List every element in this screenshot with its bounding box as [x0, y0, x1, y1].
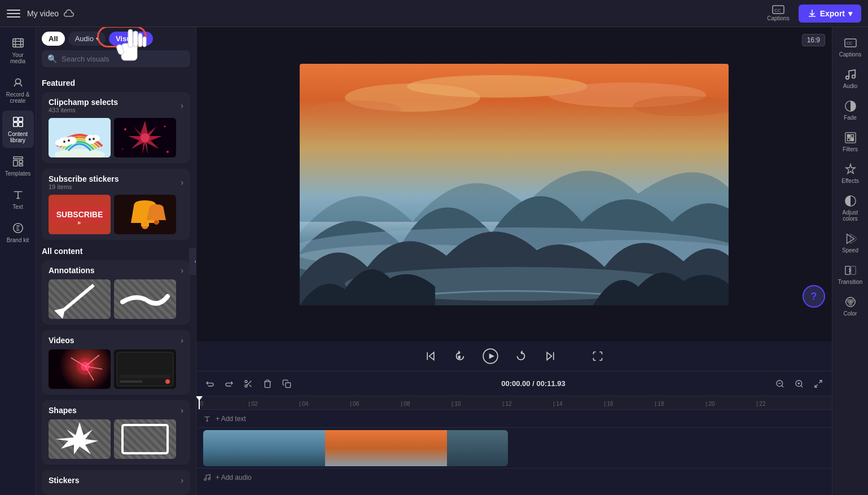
- play-pause-button[interactable]: [480, 346, 501, 366]
- svg-rect-2: [12, 39, 23, 47]
- svg-point-22: [89, 138, 91, 141]
- right-item-effects[interactable]: Effects: [834, 158, 867, 189]
- playhead[interactable]: [199, 396, 200, 409]
- subscribe-thumb-1[interactable]: SUBSCRIBE ▶: [49, 195, 111, 234]
- svg-point-27: [124, 128, 126, 130]
- shape-thumb-1[interactable]: [49, 419, 111, 459]
- zoom-in-button[interactable]: [791, 376, 807, 392]
- svg-point-19: [91, 135, 100, 142]
- menu-button[interactable]: [7, 7, 20, 20]
- category-annotations[interactable]: Annotations ›: [42, 260, 190, 325]
- svg-rect-94: [851, 135, 853, 138]
- subscribe-thumb-2[interactable]: [114, 195, 176, 234]
- sidebar-label-your-media: Your media: [5, 52, 32, 64]
- svg-marker-55: [55, 422, 98, 454]
- right-item-speed[interactable]: Speed: [834, 227, 867, 258]
- fit-timeline-button[interactable]: [810, 376, 826, 392]
- svg-rect-4: [13, 117, 17, 121]
- right-filters-label: Filters: [843, 146, 858, 152]
- right-item-filters[interactable]: Filters: [834, 126, 867, 157]
- svg-rect-10: [19, 160, 22, 163]
- search-input[interactable]: [62, 55, 185, 63]
- timeline-content[interactable]: |0 |:02 |:04 |:06 |:08 |:10 |:12 |:14 |:…: [196, 396, 832, 495]
- shapes-name: Shapes: [49, 406, 77, 415]
- right-item-fade[interactable]: Fade: [834, 95, 867, 125]
- right-item-color[interactable]: Color: [834, 291, 867, 321]
- shapes-previews: [49, 419, 183, 459]
- skip-to-end-button[interactable]: [541, 347, 559, 365]
- video-thumb-1[interactable]: [49, 349, 111, 389]
- cut-button[interactable]: [240, 376, 256, 392]
- category-shapes[interactable]: Shapes ›: [42, 400, 190, 465]
- svg-point-21: [68, 139, 70, 142]
- add-audio-track[interactable]: + Add audio: [196, 468, 832, 487]
- svg-rect-5: [18, 117, 22, 121]
- fade-icon: [844, 99, 857, 113]
- filter-visuals-tab[interactable]: Visuals ▾: [109, 32, 153, 46]
- playback-controls: 5: [196, 341, 832, 371]
- sidebar-item-your-media[interactable]: Your media: [2, 32, 34, 69]
- svg-point-17: [55, 139, 64, 146]
- subscribe-header: Subscribe stickers 19 items ›: [49, 174, 183, 190]
- sidebar-item-templates[interactable]: Templates: [2, 150, 34, 181]
- export-button[interactable]: Export ▾: [799, 5, 861, 23]
- timeline-tracks: + Add text: [196, 410, 832, 487]
- skip-to-start-button[interactable]: [422, 347, 440, 365]
- captions-button[interactable]: CC Captions: [762, 3, 794, 24]
- sidebar-item-content-library[interactable]: Content library: [2, 111, 34, 148]
- ruler-mark-16: |:16: [604, 401, 613, 407]
- filter-audio-tab[interactable]: Audio ▾: [68, 32, 106, 46]
- fullscreen-button[interactable]: [589, 347, 607, 365]
- svg-point-89: [845, 76, 849, 80]
- preview-thumb-1[interactable]: [49, 118, 111, 157]
- video-title-text: My video: [27, 9, 59, 18]
- search-bar: 🔍: [42, 50, 190, 67]
- svg-marker-71: [489, 353, 494, 358]
- add-text-track[interactable]: + Add text: [196, 410, 832, 428]
- video-clip[interactable]: [203, 430, 508, 466]
- add-audio-label: + Add audio: [216, 474, 252, 481]
- svg-rect-9: [13, 160, 17, 166]
- template-icon: [11, 155, 25, 168]
- search-icon: 🔍: [47, 54, 57, 63]
- video-preview[interactable]: [300, 64, 729, 305]
- category-videos[interactable]: Videos ›: [42, 330, 190, 395]
- rewind-button[interactable]: 5: [451, 347, 469, 365]
- delete-button[interactable]: [260, 376, 275, 392]
- category-stickers[interactable]: Stickers ›: [42, 470, 190, 495]
- sidebar-item-record[interactable]: Record & create: [2, 71, 34, 108]
- zoom-out-button[interactable]: [772, 376, 788, 392]
- duplicate-button[interactable]: [279, 376, 295, 392]
- sidebar-item-brand[interactable]: Brand kit: [2, 217, 34, 248]
- category-subscribe-stickers[interactable]: Subscribe stickers 19 items › SUBSCRIBE …: [42, 169, 190, 240]
- timeline: 00:00.00 / 00:11.93: [196, 371, 832, 495]
- brand-icon: [11, 221, 25, 235]
- record-icon: [11, 76, 25, 89]
- svg-point-61: [311, 100, 401, 117]
- shapes-arrow-icon: ›: [181, 406, 183, 415]
- category-arrow-icon: ›: [181, 101, 183, 110]
- ruler-mark-14: |:14: [553, 401, 563, 407]
- redo-button[interactable]: [221, 376, 237, 392]
- help-button[interactable]: ?: [803, 285, 825, 308]
- subscribe-count: 19 items: [49, 183, 119, 190]
- right-item-adjust-colors[interactable]: Adjust colors: [834, 190, 867, 226]
- sidebar-item-text[interactable]: Text: [2, 183, 34, 214]
- right-item-transition[interactable]: Transition: [834, 259, 867, 290]
- grid-icon: [11, 115, 25, 129]
- panel-collapse-handle[interactable]: ‹: [189, 248, 196, 275]
- right-item-captions[interactable]: CC Captions: [834, 32, 867, 62]
- undo-button[interactable]: [202, 376, 218, 392]
- svg-rect-92: [845, 133, 855, 143]
- preview-thumb-2[interactable]: [114, 118, 176, 157]
- right-item-audio[interactable]: Audio: [834, 63, 867, 94]
- ruler-mark-2: |:02: [248, 401, 258, 407]
- forward-button[interactable]: [512, 347, 530, 365]
- annotation-thumb-2[interactable]: [114, 279, 176, 319]
- shape-thumb-2[interactable]: [114, 419, 176, 459]
- audio-track-icon: [203, 474, 211, 481]
- video-thumb-2[interactable]: [114, 349, 176, 389]
- filter-all-tab[interactable]: All: [42, 32, 65, 46]
- annotation-thumb-1[interactable]: [49, 279, 111, 319]
- category-clipchamp-selects[interactable]: Clipchamp selects 433 items ›: [42, 92, 190, 163]
